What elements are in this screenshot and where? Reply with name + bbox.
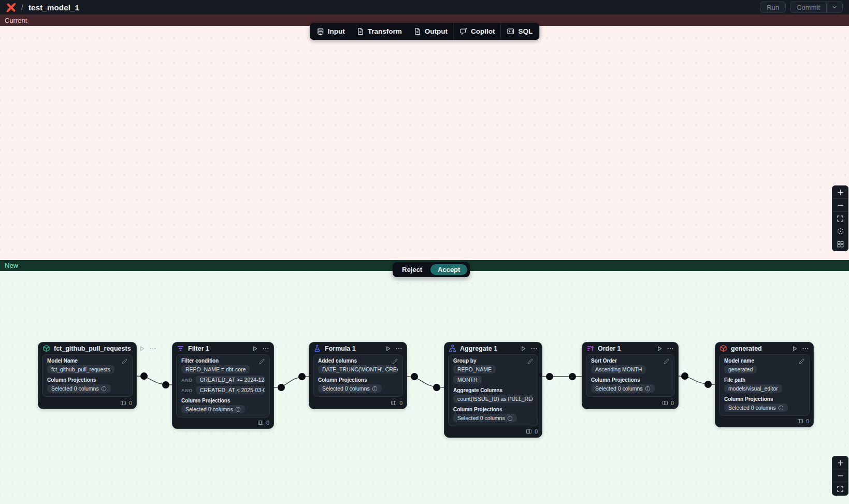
section-label: Filter condition (181, 358, 265, 364)
commit-button[interactable]: Commit (790, 2, 826, 12)
mini-map-icon[interactable] (832, 238, 848, 251)
node-formula-1[interactable]: Formula 1 Added columns DATE_TRUNC('MONT… (309, 342, 407, 409)
commit-split-button: Commit (790, 2, 843, 13)
header-actions: Run Commit (760, 2, 843, 13)
node-menu-icon[interactable] (802, 345, 809, 352)
sort-order-pill[interactable]: Ascending MONTH (591, 365, 646, 373)
columns-icon (120, 400, 126, 406)
zoom-in-icon[interactable] (832, 186, 848, 199)
column-projections-pill[interactable]: Selected 0 columns (724, 404, 788, 412)
zoom-out-icon[interactable] (832, 199, 848, 212)
row-count: 0 (671, 400, 674, 406)
copilot-chat-icon (459, 27, 467, 35)
zoom-out-icon[interactable] (832, 469, 848, 482)
and-operator: AND (181, 387, 193, 393)
column-projections-pill[interactable]: Selected 0 columns (453, 414, 517, 422)
edit-icon[interactable] (798, 358, 805, 365)
current-version-canvas[interactable] (0, 26, 849, 260)
columns-icon (257, 420, 264, 426)
dbt-logo-icon[interactable] (6, 3, 16, 12)
flask-icon (313, 344, 321, 352)
aggregate-column-pill[interactable]: count(ISSUE_ID) as PULL_REQUEST_… (453, 395, 533, 403)
node-run-icon[interactable] (384, 345, 392, 352)
node-generated[interactable]: generated Model name generated File path… (715, 342, 814, 427)
value-pill[interactable]: fct_github_pull_requests (47, 365, 114, 373)
run-button[interactable]: Run (760, 2, 786, 13)
node-filter-1[interactable]: Filter 1 Filter condition REPO_NAME = db… (172, 342, 274, 429)
node-config-card: Group by REPO_NAME MONTH Aggregate Colum… (448, 354, 538, 426)
add-output-button[interactable]: Output (408, 23, 453, 40)
column-projections-pill[interactable]: Selected 0 columns (181, 405, 245, 413)
node-menu-icon[interactable] (262, 345, 269, 352)
model-cube-icon (720, 344, 727, 352)
filter-condition-pill[interactable]: CREATED_AT >= 2024-12-01 (196, 376, 265, 384)
edit-icon[interactable] (392, 358, 398, 365)
sort-icon (586, 344, 594, 352)
app-header: / test_model_1 Run Commit (0, 0, 849, 15)
section-label: Column Projections (47, 377, 127, 383)
node-config-card: Model name generated File path models/vi… (719, 354, 810, 416)
edit-icon[interactable] (527, 358, 534, 365)
node-menu-icon[interactable] (149, 345, 156, 352)
info-icon[interactable] (372, 386, 378, 392)
file-path-pill[interactable]: models/visual_editor (724, 384, 782, 393)
model-title: test_model_1 (28, 3, 79, 12)
node-aggregate-1[interactable]: Aggregate 1 Group by REPO_NAME MONTH Agg… (444, 342, 542, 438)
column-projections-pill[interactable]: Selected 0 columns (591, 384, 655, 393)
node-title: fct_github_pull_requests (54, 345, 131, 352)
section-label: Model name (724, 358, 804, 364)
node-run-icon[interactable] (138, 345, 146, 352)
column-projections-pill[interactable]: Selected 0 columns (47, 384, 111, 393)
add-transform-button[interactable]: Transform (351, 23, 408, 40)
row-count: 0 (806, 418, 809, 424)
node-config-card: Sort Order Ascending MONTH Column Projec… (586, 354, 674, 397)
info-icon[interactable] (235, 407, 241, 412)
edit-icon[interactable] (258, 358, 265, 365)
node-run-icon[interactable] (791, 345, 798, 352)
node-menu-icon[interactable] (667, 345, 674, 352)
fit-view-icon[interactable] (832, 212, 848, 225)
section-label: Column Projections (453, 407, 533, 412)
node-run-icon[interactable] (656, 345, 663, 352)
zoom-in-icon[interactable] (832, 456, 848, 469)
columns-icon (662, 400, 668, 406)
filter-condition-pill[interactable]: CREATED_AT < 2025-03-01 (196, 386, 265, 394)
node-run-icon[interactable] (251, 345, 258, 352)
fit-view-icon[interactable] (832, 482, 848, 495)
reject-button[interactable]: Reject (395, 264, 429, 275)
node-config-card: Added columns DATE_TRUNC('MONTH', CREATE… (313, 354, 403, 397)
info-icon[interactable] (101, 386, 107, 392)
info-icon[interactable] (507, 415, 513, 421)
document-icon (413, 27, 421, 35)
node-palette-toolbar: Input Transform Output Copilot SQL (310, 23, 540, 40)
node-menu-icon[interactable] (530, 345, 538, 352)
edit-icon[interactable] (121, 358, 128, 365)
columns-icon (391, 400, 397, 406)
info-icon[interactable] (778, 405, 784, 411)
edit-icon[interactable] (663, 358, 670, 365)
copilot-button[interactable]: Copilot (454, 23, 501, 40)
node-menu-icon[interactable] (395, 345, 402, 352)
row-count: 0 (266, 420, 269, 426)
filter-condition-pill[interactable]: REPO_NAME = dbt-core (181, 365, 250, 373)
section-label: Sort Order (591, 358, 669, 364)
sql-panel-icon (507, 27, 515, 35)
group-by-pill[interactable]: MONTH (453, 376, 482, 384)
current-version-label: Current (5, 17, 27, 24)
commit-dropdown-button[interactable] (826, 2, 842, 12)
accept-button[interactable]: Accept (430, 264, 467, 275)
group-by-pill[interactable]: REPO_NAME (453, 365, 496, 373)
column-projections-pill[interactable]: Selected 0 columns (318, 384, 382, 393)
sql-panel-button[interactable]: SQL (501, 23, 539, 40)
filter-icon (177, 344, 184, 352)
formula-pill[interactable]: DATE_TRUNC('MONTH', CREATED_AT… (318, 365, 398, 373)
node-fct-github-pull-requests[interactable]: fct_github_pull_requests Model Name fct_… (38, 342, 137, 409)
model-name-pill[interactable]: generated (724, 365, 757, 373)
add-input-button[interactable]: Input (311, 23, 351, 40)
node-order-1[interactable]: Order 1 Sort Order Ascending MONTH Colum… (582, 342, 679, 409)
info-icon[interactable] (645, 386, 651, 392)
model-cube-icon (42, 344, 50, 352)
lock-viewport-icon[interactable] (832, 225, 848, 238)
node-run-icon[interactable] (520, 345, 527, 352)
current-canvas-controls (832, 185, 848, 251)
